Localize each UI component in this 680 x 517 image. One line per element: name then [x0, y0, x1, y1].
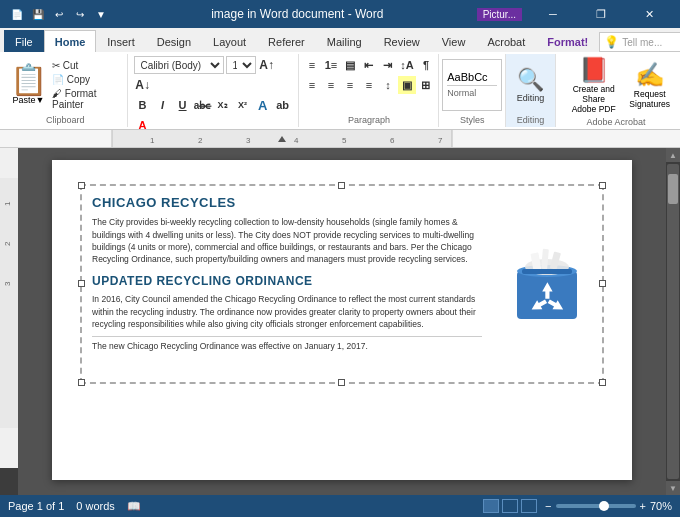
editing-button[interactable]: 🔍 Editing — [513, 63, 549, 107]
image-title: CHICAGO RECYCLES — [92, 194, 482, 212]
svg-text:2: 2 — [3, 241, 12, 246]
close-button[interactable]: ✕ — [626, 0, 672, 28]
svg-text:3: 3 — [3, 281, 12, 286]
shading-button[interactable]: ▣ — [398, 76, 416, 94]
tab-format[interactable]: Format! — [536, 30, 599, 52]
tab-file[interactable]: File — [4, 30, 44, 52]
zoom-thumb[interactable] — [599, 501, 609, 511]
svg-text:1: 1 — [3, 201, 12, 206]
tab-design[interactable]: Design — [146, 30, 202, 52]
scroll-down-button[interactable]: ▼ — [666, 481, 680, 495]
superscript-button[interactable]: X² — [234, 96, 252, 114]
resize-handle-mr[interactable] — [599, 280, 606, 287]
grow-font-button[interactable]: A↑ — [258, 56, 276, 74]
web-layout-button[interactable] — [502, 499, 518, 513]
scroll-up-arrow: ▲ — [669, 151, 677, 160]
increase-indent-button[interactable]: ⇥ — [379, 56, 397, 74]
scroll-up-button[interactable]: ▲ — [666, 148, 680, 162]
tab-layout[interactable]: Layout — [202, 30, 257, 52]
align-right-button[interactable]: ≡ — [341, 76, 359, 94]
word-page: CHICAGO RECYCLES The City provides bi-we… — [52, 160, 632, 480]
svg-text:4: 4 — [294, 136, 299, 145]
scrollbar-track[interactable] — [667, 164, 679, 479]
read-mode-button[interactable] — [521, 499, 537, 513]
decrease-indent-button[interactable]: ⇤ — [360, 56, 378, 74]
line-spacing-button[interactable]: ↕ — [379, 76, 397, 94]
picture-tools-label: Pictur... — [477, 8, 522, 21]
tab-view[interactable]: View — [431, 30, 477, 52]
customize-quick-btn[interactable]: ▼ — [92, 5, 110, 23]
italic-button[interactable]: I — [154, 96, 172, 114]
align-center-button[interactable]: ≡ — [322, 76, 340, 94]
embedded-image[interactable]: CHICAGO RECYCLES The City provides bi-we… — [80, 184, 604, 384]
show-marks-button[interactable]: ¶ — [417, 56, 435, 74]
align-buttons: ≡ ≡ ≡ ≡ ↕ ▣ ⊞ — [303, 76, 435, 94]
title-bar: 📄 💾 ↩ ↪ ▼ image in Word document - Word … — [0, 0, 680, 28]
copy-button[interactable]: 📄 Copy — [49, 73, 121, 86]
right-scrollbar[interactable]: ▲ ▼ — [666, 148, 680, 495]
clipboard-sub-buttons: ✂ Cut 📄 Copy 🖌 Format Painter — [49, 59, 121, 111]
undo-quick-btn[interactable]: ↩ — [50, 5, 68, 23]
resize-handle-tr[interactable] — [599, 182, 606, 189]
styles-button[interactable]: AaBbCc Normal — [442, 59, 502, 111]
justify-button[interactable]: ≡ — [360, 76, 378, 94]
app-icon: 📄 — [8, 5, 26, 23]
shrink-font-button[interactable]: A↓ — [134, 76, 152, 94]
scrollbar-thumb[interactable] — [668, 174, 678, 204]
tell-me-input[interactable]: 💡 Tell me... — [599, 32, 680, 52]
text-effects-button[interactable]: A — [254, 96, 272, 114]
quick-access-toolbar: 📄 💾 ↩ ↪ ▼ — [8, 5, 110, 23]
window-title: image in Word document - Word — [118, 7, 477, 21]
scroll-down-arrow: ▼ — [669, 484, 677, 493]
resize-handle-bm[interactable] — [338, 379, 345, 386]
zoom-slider[interactable] — [556, 504, 636, 508]
sort-button[interactable]: ↕A — [398, 56, 416, 74]
resize-handle-bl[interactable] — [78, 379, 85, 386]
tab-acrobat[interactable]: Acrobat — [476, 30, 536, 52]
numbering-button[interactable]: 1≡ — [322, 56, 340, 74]
multilevel-list-button[interactable]: ▤ — [341, 56, 359, 74]
font-family-select[interactable]: Calibri (Body) — [134, 56, 224, 74]
resize-handle-br[interactable] — [599, 379, 606, 386]
align-left-button[interactable]: ≡ — [303, 76, 321, 94]
ribbon-group-font: Calibri (Body) 11 A↑ A↓ B I U ab̶c̶ X₂ X… — [128, 54, 300, 127]
tab-insert[interactable]: Insert — [96, 30, 146, 52]
status-right: − + 70% — [483, 499, 672, 513]
clipboard-content: 📋 Paste ▼ ✂ Cut 📄 Copy 🖌 Format Painter — [10, 56, 121, 113]
resize-handle-tl[interactable] — [78, 182, 85, 189]
resize-handle-tm[interactable] — [338, 182, 345, 189]
spell-check-icon: 📖 — [127, 500, 141, 513]
zoom-controls: − + 70% — [545, 500, 672, 512]
highlight-button[interactable]: ab — [274, 96, 292, 114]
bullets-button[interactable]: ≡ — [303, 56, 321, 74]
tab-mailing[interactable]: Mailing — [316, 30, 373, 52]
image-section-title: UPDATED RECYCLING ORDINANCE — [92, 273, 482, 290]
tab-review[interactable]: Review — [373, 30, 431, 52]
subscript-button[interactable]: X₂ — [214, 96, 232, 114]
resize-handle-ml[interactable] — [78, 280, 85, 287]
print-layout-button[interactable] — [483, 499, 499, 513]
paste-button[interactable]: 📋 Paste ▼ — [10, 65, 47, 105]
zoom-out-button[interactable]: − — [545, 500, 551, 512]
word-count: 0 words — [76, 500, 115, 512]
borders-button[interactable]: ⊞ — [417, 76, 435, 94]
create-share-pdf-button[interactable]: 📕 Create and ShareAdobe PDF — [562, 56, 625, 115]
cut-button[interactable]: ✂ Cut — [49, 59, 121, 72]
zoom-in-button[interactable]: + — [640, 500, 646, 512]
minimize-button[interactable]: ─ — [530, 0, 576, 28]
ribbon-group-styles: AaBbCc Normal Styles — [439, 54, 506, 127]
strikethrough-button[interactable]: ab̶c̶ — [194, 96, 212, 114]
restore-button[interactable]: ❐ — [578, 0, 624, 28]
tab-home[interactable]: Home — [44, 30, 97, 52]
bold-button[interactable]: B — [134, 96, 152, 114]
underline-button[interactable]: U — [174, 96, 192, 114]
format-painter-button[interactable]: 🖌 Format Painter — [49, 87, 121, 111]
ribbon-group-paragraph: ≡ 1≡ ▤ ⇤ ⇥ ↕A ¶ ≡ ≡ ≡ ≡ ↕ ▣ ⊞ Paragraph — [299, 54, 439, 127]
request-signatures-button[interactable]: ✍️ RequestSignatures — [629, 61, 670, 109]
font-size-select[interactable]: 11 — [226, 56, 256, 74]
paragraph-label: Paragraph — [348, 115, 390, 125]
paste-dropdown-arrow[interactable]: ▼ — [36, 95, 45, 105]
save-quick-btn[interactable]: 💾 — [29, 5, 47, 23]
redo-quick-btn[interactable]: ↪ — [71, 5, 89, 23]
tab-referer[interactable]: Referer — [257, 30, 316, 52]
